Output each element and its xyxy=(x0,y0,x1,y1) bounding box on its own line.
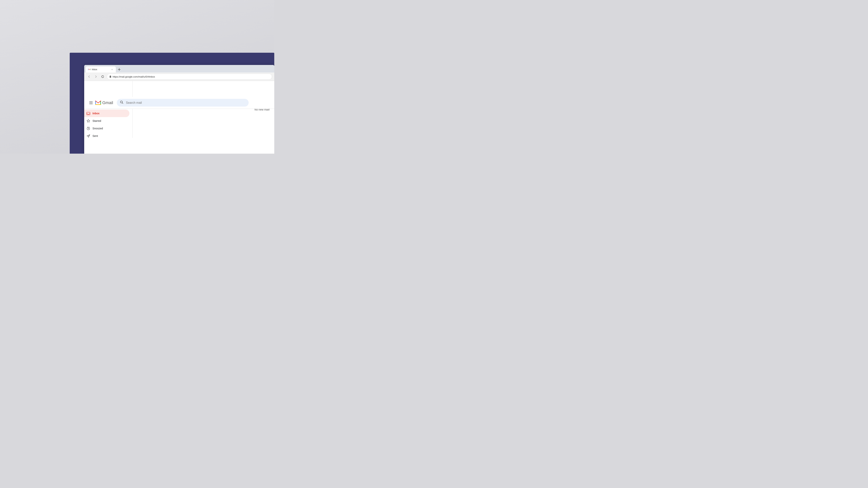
sent-label: Sent xyxy=(92,134,126,137)
gmail-header: Gmail xyxy=(84,97,274,109)
tab-close-button[interactable]: × xyxy=(111,68,114,71)
svg-rect-5 xyxy=(95,104,101,105)
clock-icon xyxy=(87,127,90,130)
search-input[interactable] xyxy=(126,101,246,104)
inbox-svg-icon xyxy=(87,111,90,115)
svg-rect-7 xyxy=(87,112,90,115)
search-bar[interactable] xyxy=(117,99,249,106)
address-bar[interactable]: https://mail.google.com/mail/u/0/#inbox xyxy=(107,74,272,79)
inbox-label: Inbox xyxy=(92,112,126,115)
main-content-area: ▾ xyxy=(132,81,274,138)
navigation-bar: https://mail.google.com/mail/u/0/#inbox xyxy=(84,72,274,81)
sidebar: Compose Inbox xyxy=(84,81,132,138)
reload-button[interactable] xyxy=(100,74,105,79)
clock-svg-icon xyxy=(87,127,90,130)
hamburger-line-3 xyxy=(89,104,93,104)
starred-label: Starred xyxy=(92,119,126,122)
hamburger-menu-button[interactable] xyxy=(87,99,95,106)
tab-label: Inbox xyxy=(92,68,110,71)
hamburger-line-1 xyxy=(89,101,93,102)
gmail-app-name: Gmail xyxy=(102,100,113,105)
send-svg-icon xyxy=(87,134,90,138)
inbox-icon xyxy=(87,111,90,115)
back-button[interactable] xyxy=(87,74,92,79)
url-text: https://mail.google.com/mail/u/0/#inbox xyxy=(113,75,155,78)
gmail-logo-area: Gmail xyxy=(95,99,113,106)
browser-tab-gmail[interactable]: Inbox × xyxy=(86,66,116,72)
reload-icon xyxy=(101,75,104,78)
forward-button[interactable] xyxy=(93,74,98,79)
gmail-m-logo-icon xyxy=(95,99,101,106)
hamburger-line-2 xyxy=(89,103,93,103)
browser-window: Inbox × xyxy=(84,65,274,154)
new-tab-button[interactable] xyxy=(117,67,122,72)
sidebar-item-sent[interactable]: Sent xyxy=(84,132,129,138)
tab-bar: Inbox × xyxy=(84,65,274,72)
browser-chrome: Inbox × xyxy=(84,65,274,81)
snoozed-label: Snoozed xyxy=(92,127,126,130)
svg-rect-1 xyxy=(110,76,111,77)
search-icon xyxy=(120,100,124,105)
lock-svg-icon xyxy=(109,75,112,78)
search-svg-icon xyxy=(120,100,124,104)
star-svg-icon xyxy=(87,119,90,123)
lock-icon xyxy=(109,75,112,78)
back-arrow-icon xyxy=(88,75,91,78)
tab-favicon-icon xyxy=(88,68,91,71)
sidebar-item-inbox[interactable]: Inbox xyxy=(84,109,129,117)
send-icon xyxy=(87,134,90,138)
gmail-app-container: Gmail xyxy=(84,81,274,154)
sidebar-item-snoozed[interactable]: Snoozed xyxy=(84,125,129,132)
gmail-layout: Compose Inbox xyxy=(84,81,274,138)
sidebar-item-starred[interactable]: Starred xyxy=(84,117,129,125)
forward-arrow-icon xyxy=(94,75,97,78)
plus-icon xyxy=(118,68,121,71)
star-icon xyxy=(87,119,90,123)
